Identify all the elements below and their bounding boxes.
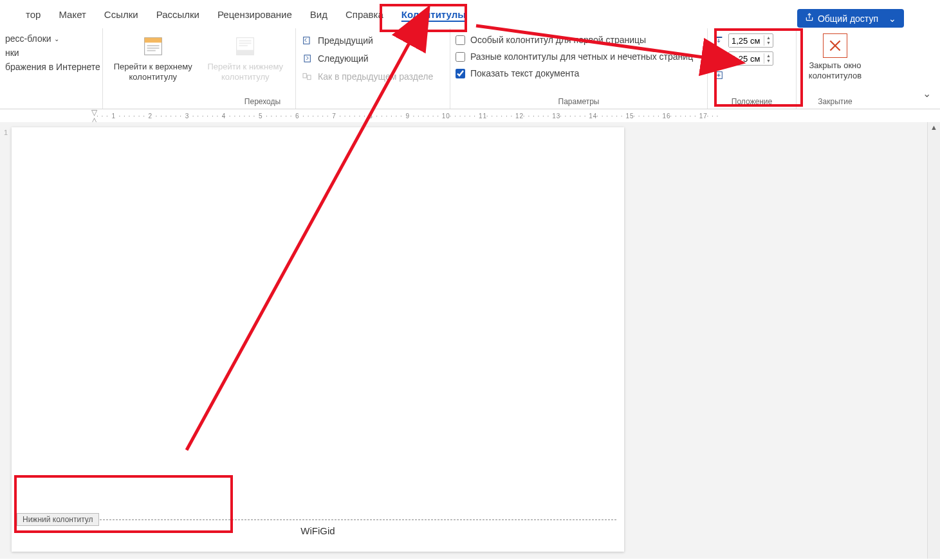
link-icon [301,71,313,82]
svg-rect-6 [237,50,254,55]
indent-marker-bottom[interactable]: △ [91,116,98,122]
header-icon [140,33,166,59]
footer-text[interactable]: WiFiGid [12,520,624,552]
next-icon [301,53,313,64]
tab-help[interactable]: Справка [336,3,392,26]
header-from-top-icon [713,35,724,46]
header-from-top-input[interactable]: ▲▼ [728,33,773,48]
tab-partial[interactable]: тор [26,3,50,26]
group-label-close: Закрытие [802,95,869,107]
svg-rect-9 [239,45,248,46]
ribbon-group-position: ▲▼ ▲▼ Положение [708,28,797,109]
previous-button[interactable]: Предыдущий [301,35,433,46]
online-pictures-button[interactable]: бражения в Интернете [5,62,100,72]
tab-mailings[interactable]: Рассылки [147,3,208,26]
pictures-button[interactable]: нки [5,48,100,58]
vertical-scrollbar[interactable]: ▲ [927,122,940,559]
next-button[interactable]: Следующий [301,53,433,64]
spin-up[interactable]: ▲ [764,53,773,59]
ribbon-group-parameters: Особый колонтитул для первой страницы Ра… [450,28,708,109]
tabs-bar: тор Макет Ссылки Рассылки Рецензирование… [0,0,940,28]
spin-up[interactable]: ▲ [764,35,773,41]
tab-links[interactable]: Ссылки [95,3,147,26]
svg-rect-14 [715,37,723,38]
chevron-down-icon: ⌄ [54,35,59,42]
collapse-ribbon-button[interactable]: ⌄ [923,87,931,100]
svg-rect-13 [308,75,311,80]
vertical-ruler-page-number: 1 [1,129,10,136]
share-label: Общий доступ [818,14,878,24]
svg-rect-10 [304,37,309,44]
svg-rect-3 [147,48,159,49]
group-label-transitions: Переходы [185,95,340,107]
same-as-previous-button: Как в предыдущем разделе [301,71,433,82]
chevron-down-icon: ⌄ [889,14,896,24]
document-page[interactable]: Нижний колонтитул WiFiGid [12,127,624,552]
odd-even-different-checkbox[interactable]: Разные колонтитулы для четных и нечетных… [456,51,693,62]
tab-layout[interactable]: Макет [50,3,95,26]
footer-icon [232,33,258,59]
svg-rect-1 [144,38,161,43]
footer-tag-label: Нижний колонтитул [17,513,99,526]
close-icon [823,33,847,58]
svg-rect-2 [147,45,159,46]
tab-review[interactable]: Рецензирование [208,3,301,26]
scroll-up-arrow[interactable]: ▲ [928,123,940,131]
document-workspace: 1 Нижний колонтитул WiFiGid ▲ [0,122,940,559]
ribbon-group-close: Закрыть окно колонтитулов Закрытие [797,28,874,109]
tab-view[interactable]: Вид [301,3,336,26]
previous-icon [301,35,313,46]
share-button[interactable]: Общий доступ ⌄ [797,9,904,28]
page-footer-area[interactable]: Нижний колонтитул WiFiGid [12,519,624,552]
footer-from-bottom-input[interactable]: ▲▼ [728,51,773,66]
spin-down[interactable]: ▼ [764,41,773,46]
first-page-different-checkbox[interactable]: Особый колонтитул для первой страницы [456,35,693,45]
spin-down[interactable]: ▼ [764,59,773,64]
group-label-params: Параметры [456,95,702,107]
ribbon-group-insert-partial: ресс-блоки⌄ нки бражения в Интернете [0,28,103,109]
svg-rect-15 [715,61,723,62]
show-document-text-checkbox[interactable]: Показать текст документа [456,68,693,78]
footer-from-bottom-icon [713,53,724,64]
insert-alignment-tab-icon[interactable] [713,69,724,81]
horizontal-ruler[interactable]: ▽ △ · · · 1 · · · · · · 2 · · · · · · 3 … [0,109,940,122]
svg-rect-7 [239,41,252,42]
svg-rect-4 [147,50,155,51]
ribbon-group-navigation: Перейти к верхнему колонтитулу Перейти к… [103,28,296,109]
svg-rect-8 [239,42,252,44]
share-icon [805,13,814,24]
close-header-footer-button[interactable]: Закрыть окно колонтитулов [802,31,869,82]
svg-rect-12 [303,73,306,78]
goto-footer-button: Перейти к нижнему колонтитулу [201,31,291,83]
goto-header-button[interactable]: Перейти к верхнему колонтитулу [108,31,198,83]
group-label-position: Положение [713,95,791,107]
group-label [5,95,97,107]
tab-header-footer[interactable]: Колонтитулы [392,3,475,26]
ribbon: ресс-блоки⌄ нки бражения в Интернете Пер… [0,28,940,109]
express-blocks-button[interactable]: ресс-блоки⌄ [5,33,100,44]
